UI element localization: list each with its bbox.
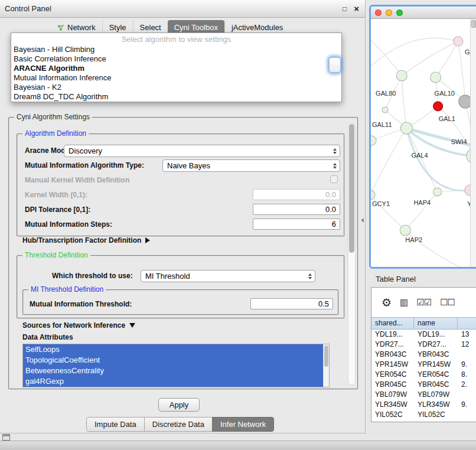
node-label: GAL11: [372, 121, 392, 128]
unselect-all-columns-icon[interactable]: ☐☐: [440, 297, 455, 308]
mi-type-select[interactable]: Naive Bayes: [162, 159, 340, 172]
node-label: GAL1: [439, 115, 455, 122]
network-edge: [402, 41, 458, 76]
table-cell: YIL052C: [371, 410, 414, 420]
table-cell: YIL052C: [414, 410, 458, 420]
node-label: HAP4: [413, 199, 431, 206]
network-node[interactable]: [396, 70, 407, 81]
tab-label: Network: [67, 23, 96, 32]
algorithm-definition-title: Algorithm Definition: [22, 129, 89, 138]
dpi-tolerance-input[interactable]: [253, 204, 340, 215]
table-row[interactable]: YER054CYER054C8.: [371, 370, 476, 380]
scrollbar-thumb[interactable]: [349, 124, 354, 253]
table-cell: [458, 350, 476, 360]
table-cell: [458, 410, 476, 420]
docked-panel-icon[interactable]: [2, 434, 10, 441]
attribute-item-betweennesscentrality[interactable]: BetweennessCentrality: [23, 366, 323, 376]
network-node[interactable]: [371, 136, 376, 145]
attribute-item-gal4rgexp[interactable]: gal4RGexp: [23, 376, 323, 387]
close-window-icon[interactable]: [375, 9, 382, 16]
table-cell: YBR045C: [414, 380, 458, 390]
tab-discretize-data[interactable]: Discretize Data: [144, 417, 213, 432]
columns-icon[interactable]: ▥: [400, 297, 407, 308]
column-header-1[interactable]: shared...: [371, 318, 414, 329]
network-node[interactable]: [400, 225, 410, 236]
scrollbar-thumb[interactable]: [471, 20, 476, 28]
tab-infer-network[interactable]: Infer Network: [212, 417, 274, 432]
network-node[interactable]: [371, 190, 375, 200]
data-attributes-list[interactable]: SelfLoopsTopologicalCoefficientBetweenne…: [22, 344, 330, 387]
expand-right-icon: [145, 237, 150, 243]
select-all-columns-icon[interactable]: ☑☑: [416, 297, 431, 308]
network-canvas[interactable]: GALGAL80GAL10GAL11GAL1SWI4GAL4GCY1HAP4YH…: [371, 19, 476, 267]
float-panel-icon[interactable]: □: [343, 5, 347, 13]
close-panel-icon[interactable]: ×: [354, 4, 359, 14]
attributes-scrollbar[interactable]: [323, 344, 329, 387]
zoom-window-icon[interactable]: [396, 9, 403, 16]
application-window: Control Panel □ × NetworkStyleSelectCyni…: [0, 0, 476, 450]
attribute-item-topologicalcoefficient[interactable]: TopologicalCoefficient: [23, 355, 323, 366]
network-scrollbar[interactable]: [470, 19, 476, 267]
network-window-titlebar: [371, 6, 476, 19]
network-edge: [438, 106, 474, 156]
table-row[interactable]: YBR043CYBR043C: [371, 350, 476, 360]
manual-kernel-checkbox[interactable]: [330, 175, 338, 183]
splitter-collapse-icon[interactable]: [361, 218, 364, 223]
apply-button[interactable]: Apply: [158, 398, 200, 412]
attribute-item-selfloops[interactable]: SelfLoops: [23, 344, 323, 355]
dropdown-item-mutual-information-inference[interactable]: Mutual Information Inference: [11, 73, 341, 83]
minimize-window-icon[interactable]: [386, 9, 392, 16]
network-node[interactable]: [454, 37, 463, 46]
attribute-items: SelfLoopsTopologicalCoefficientBetweenne…: [23, 344, 329, 387]
table-cell: 12: [458, 340, 476, 350]
mi-steps-label: Mutual Information Steps:: [25, 220, 112, 229]
table-row[interactable]: YIL052CYIL052C: [371, 410, 476, 420]
kernel-width-label: Kernel Width (0,1):: [25, 191, 87, 199]
dropdown-item-basic-correlation-inference[interactable]: Basic Correlation Inference: [11, 54, 341, 64]
column-header-2[interactable]: name: [414, 318, 458, 329]
scrollbar-thumb[interactable]: [324, 345, 328, 367]
manual-kernel-label: Manual Kernel Width Definition: [25, 176, 129, 184]
table-cell: 2.: [458, 380, 476, 390]
tab-impute-data[interactable]: Impute Data: [86, 417, 145, 432]
table-row[interactable]: YPR145WYPR145W9.: [371, 360, 476, 370]
gear-icon[interactable]: ⚙: [382, 296, 391, 309]
dropdown-item-dream8-dc-tdc-algorithm[interactable]: Dream8 DC_TDC Algorithm: [11, 92, 341, 102]
mi-steps-input[interactable]: [253, 219, 340, 230]
table-row[interactable]: YLR345WYLR345W9.: [371, 400, 476, 410]
network-node[interactable]: [400, 122, 412, 134]
table-row[interactable]: YDR27...YDR27...12: [371, 340, 476, 350]
table-cell: 13: [458, 330, 476, 340]
algorithm-select-fragment[interactable]: [328, 57, 341, 73]
aracne-mode-select[interactable]: Discovery: [64, 145, 340, 157]
network-node[interactable]: [382, 107, 388, 113]
network-node[interactable]: [431, 72, 441, 83]
table-cell: YPR145W: [414, 360, 458, 370]
mi-threshold-input[interactable]: [250, 298, 333, 309]
mi-type-label: Mutual Information Algorithm Type:: [25, 161, 144, 169]
node-label: GAL10: [435, 90, 455, 97]
hub-definition-expander[interactable]: Hub/Transcription Factor Definition: [22, 236, 150, 244]
table-body: YDL19...YDL19...13YDR27...YDR27...12YBR0…: [371, 330, 476, 420]
table-cell: YLR345W: [371, 400, 414, 410]
network-graph: GALGAL80GAL10GAL11GAL1SWI4GAL4GCY1HAP4YH…: [371, 19, 476, 267]
dropdown-item-aracne-algorithm[interactable]: ARACNE Algorithm: [11, 64, 341, 73]
network-edge: [371, 128, 406, 195]
node-label: SWI4: [451, 138, 467, 145]
table-row[interactable]: YDL19...YDL19...13: [371, 330, 476, 340]
dropdown-item-bayesian-k2[interactable]: Bayesian - K2: [11, 83, 341, 92]
kernel-width-input[interactable]: [253, 189, 340, 200]
aracne-mode-value: Discovery: [64, 146, 330, 155]
which-threshold-select[interactable]: MI Threshold: [141, 270, 315, 282]
column-header-3[interactable]: [458, 318, 476, 329]
network-node[interactable]: [433, 102, 443, 111]
network-node[interactable]: [433, 188, 442, 196]
table-cell: YBR043C: [371, 350, 414, 360]
settings-scrollbar[interactable]: [348, 123, 356, 385]
sources-expander[interactable]: Sources for Network Inference: [22, 321, 135, 330]
dropdown-item-bayesian-hill-climbing[interactable]: Bayesian - Hill Climbing: [11, 45, 341, 54]
table-cell: 9.: [458, 400, 476, 410]
table-row[interactable]: YBR045CYBR045C2.: [371, 380, 476, 390]
table-row[interactable]: YBL079WYBL079W: [371, 390, 476, 400]
table-cell: YDL19...: [414, 330, 458, 340]
